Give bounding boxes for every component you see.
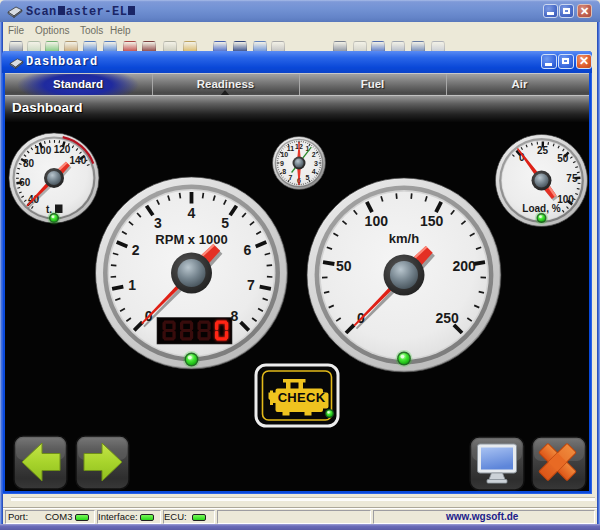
svg-text:80: 80	[23, 158, 35, 169]
svg-text:km/h: km/h	[389, 231, 419, 246]
svg-text:11: 11	[287, 145, 295, 152]
svg-text:140: 140	[70, 155, 87, 166]
svg-text:3: 3	[154, 215, 162, 231]
svg-text:8: 8	[282, 168, 286, 175]
svg-text:3: 3	[314, 160, 318, 167]
svg-text:4: 4	[312, 168, 316, 175]
svg-text:50: 50	[557, 153, 569, 164]
svg-text:250: 250	[435, 310, 459, 326]
svg-text:5: 5	[306, 174, 310, 181]
svg-text:4: 4	[188, 205, 196, 221]
svg-text:9: 9	[280, 160, 284, 167]
svg-text:RPM x 1000: RPM x 1000	[155, 232, 227, 247]
svg-text:7: 7	[247, 277, 255, 293]
svg-text:100: 100	[35, 145, 52, 156]
svg-text:60: 60	[19, 177, 31, 188]
svg-text:2: 2	[312, 151, 316, 158]
svg-text:25: 25	[537, 145, 549, 156]
svg-text:2: 2	[132, 242, 140, 258]
svg-text:CHECK: CHECK	[278, 390, 326, 405]
svg-text:50: 50	[336, 258, 352, 274]
svg-text:75: 75	[566, 173, 578, 184]
svg-text:5: 5	[221, 215, 229, 231]
svg-text:150: 150	[420, 213, 444, 229]
svg-text:6: 6	[244, 242, 252, 258]
svg-text:10: 10	[280, 151, 288, 158]
svg-text:120: 120	[54, 144, 71, 155]
svg-text:7: 7	[289, 174, 293, 181]
svg-text:200: 200	[453, 258, 477, 274]
svg-text:100: 100	[365, 213, 389, 229]
svg-text:1: 1	[128, 277, 136, 293]
